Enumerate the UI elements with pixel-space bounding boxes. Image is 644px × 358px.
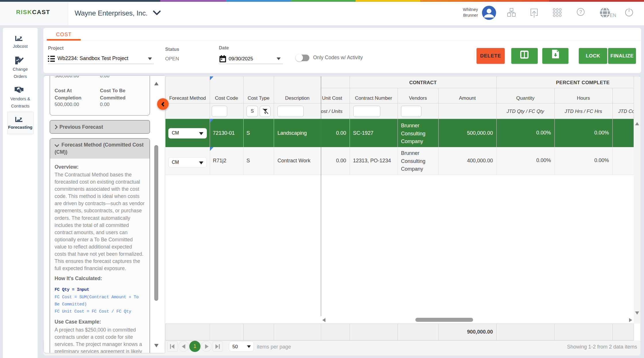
- svg-text:?: ?: [579, 9, 582, 14]
